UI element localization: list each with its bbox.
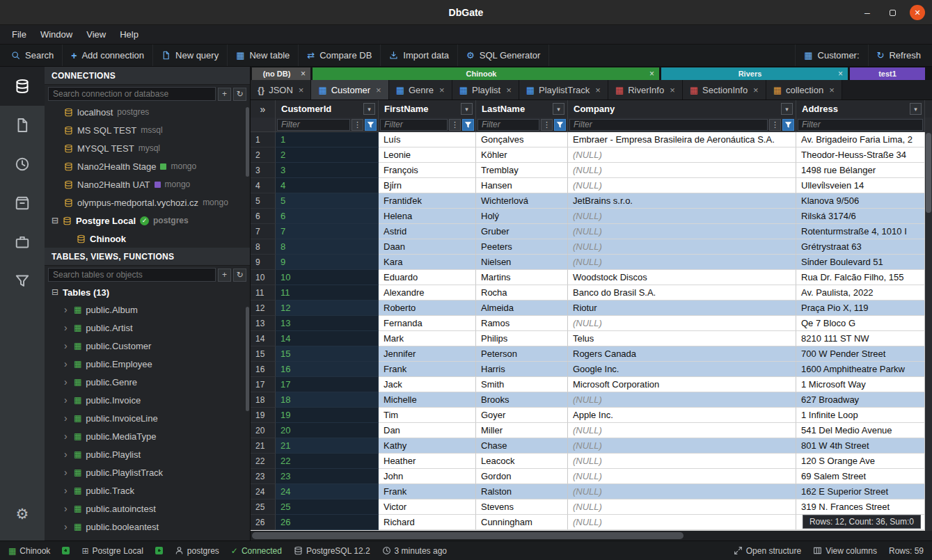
cell[interactable]: 1 [276, 132, 379, 147]
cell[interactable]: Luís [379, 132, 476, 147]
cell[interactable]: Rotenturmstraße 4, 1010 I [796, 224, 925, 239]
funnel-icon[interactable] [365, 119, 377, 131]
row-number[interactable]: 16 [251, 362, 276, 377]
menu-file[interactable]: File [6, 27, 33, 42]
cell[interactable]: JetBrains s.r.o. [568, 193, 796, 209]
collapse-icon[interactable]: ⊟ [52, 216, 58, 225]
cell[interactable]: Grétrystraat 63 [796, 239, 925, 255]
cell[interactable]: (NULL) [568, 316, 796, 331]
cell[interactable]: Heather [379, 454, 476, 469]
toolbar-sql-generator[interactable]: ⚙SQL Generator [458, 45, 549, 66]
cell[interactable]: (NULL) [568, 499, 796, 515]
filter-menu-icon[interactable]: ⋮ [352, 119, 363, 131]
chevron-right-icon[interactable]: › [64, 394, 70, 406]
cell[interactable]: Ralston [476, 484, 568, 499]
chevron-right-icon[interactable]: › [64, 431, 70, 442]
cell[interactable]: 26 [276, 515, 379, 530]
row-number[interactable]: 24 [251, 484, 276, 499]
cell[interactable]: 541 Del Medio Avenue [796, 423, 925, 438]
row-number[interactable]: 19 [251, 408, 276, 423]
cell[interactable]: Richard [379, 515, 476, 530]
cell[interactable]: Mark [379, 331, 476, 346]
cell[interactable]: 69 Salem Street [796, 469, 925, 484]
row-number[interactable]: 14 [251, 331, 276, 346]
column-header-lastname[interactable]: LastName▾ [476, 100, 568, 118]
rail-jobs[interactable] [0, 223, 45, 262]
toolbar-import-data[interactable]: Import data [381, 45, 458, 66]
cell[interactable]: 21 [276, 438, 379, 454]
cell[interactable]: Apple Inc. [568, 408, 796, 423]
cell[interactable]: Frantiďek [379, 193, 476, 209]
cell[interactable]: Roberto [379, 301, 476, 316]
cell[interactable]: (NULL) [568, 392, 796, 408]
row-number[interactable]: 15 [251, 346, 276, 362]
close-icon[interactable]: × [753, 85, 759, 95]
cell[interactable]: 700 W Pender Street [796, 346, 925, 362]
chevron-down-icon[interactable]: ▾ [781, 103, 793, 115]
chevron-right-icon[interactable]: › [64, 467, 70, 478]
cell[interactable]: (NULL) [568, 147, 796, 163]
grid-horizontal-scrollbar[interactable] [251, 531, 932, 541]
filter-input-company[interactable] [569, 119, 768, 131]
chevron-down-icon[interactable]: ▾ [553, 103, 564, 115]
cell[interactable]: Daan [379, 239, 476, 255]
cell[interactable]: Nielsen [476, 255, 568, 270]
close-icon[interactable]: × [301, 69, 306, 79]
cell[interactable]: (NULL) [568, 209, 796, 224]
cell[interactable]: 1 Infinite Loop [796, 408, 925, 423]
minimize-button[interactable]: – [860, 5, 875, 20]
funnel-icon[interactable] [782, 119, 794, 131]
cell[interactable]: Riotur [568, 301, 796, 316]
cell[interactable]: Harris [476, 362, 568, 377]
close-icon[interactable]: × [595, 85, 601, 95]
chevron-right-icon[interactable]: › [64, 413, 70, 424]
table-item-public-autoinctest[interactable]: ›▦public.autoinctest [45, 499, 250, 518]
cell[interactable]: Hansen [476, 178, 568, 193]
chevron-right-icon[interactable]: › [64, 503, 70, 514]
cell[interactable]: 12 [276, 301, 379, 316]
cell[interactable]: Stevens [476, 499, 568, 515]
cell[interactable]: 24 [276, 484, 379, 499]
cell[interactable]: 20 [276, 423, 379, 438]
cell[interactable]: 23 [276, 469, 379, 484]
tab-customer[interactable]: ▦Customer× [311, 80, 388, 99]
cell[interactable]: Gonçalves [476, 132, 568, 147]
cell[interactable]: Rogers Canada [568, 346, 796, 362]
chevron-down-icon[interactable]: ▾ [461, 103, 473, 115]
row-number[interactable]: 21 [251, 438, 276, 454]
tab-json[interactable]: {}JSON× [251, 80, 311, 99]
cell[interactable]: Google Inc. [568, 362, 796, 377]
cell[interactable]: 17 [276, 377, 379, 392]
table-item-public-booleantest[interactable]: ›▦public.booleantest [45, 518, 250, 536]
cell[interactable]: 2 [276, 147, 379, 163]
refresh-connections-button[interactable]: ↻ [233, 88, 246, 101]
rail-history[interactable] [0, 145, 45, 184]
tab-riverinfo[interactable]: ▦RiverInfo× [608, 80, 683, 99]
close-icon[interactable]: × [670, 85, 675, 95]
chevron-down-icon[interactable]: ▾ [910, 103, 922, 115]
tables-search-input[interactable] [48, 268, 216, 282]
cell[interactable]: Peeters [476, 239, 568, 255]
cell[interactable]: Goyer [476, 408, 568, 423]
cell[interactable]: Rocha [476, 285, 568, 301]
funnel-icon[interactable] [462, 119, 474, 131]
cell[interactable]: 14 [276, 331, 379, 346]
table-item-public-invoice[interactable]: ›▦public.Invoice [45, 391, 250, 409]
filter-menu-icon[interactable]: ⋮ [769, 119, 781, 131]
connection-item-ms-sql-test[interactable]: MS SQL TESTmssql [45, 121, 250, 139]
table-item-public-mediatype[interactable]: ›▦public.MediaType [45, 427, 250, 445]
filter-input-firstname[interactable] [380, 119, 448, 131]
cell[interactable]: 7 [276, 224, 379, 239]
cell[interactable]: 8210 111 ST NW [796, 331, 925, 346]
cell[interactable]: 1498 rue Bélanger [796, 163, 925, 178]
cell[interactable]: 1 Microsoft Way [796, 377, 925, 392]
cell[interactable]: (NULL) [568, 239, 796, 255]
row-number[interactable]: 11 [251, 285, 276, 301]
connection-item-postgre-local[interactable]: ⊟Postgre Local✓postgres [45, 211, 250, 230]
cell[interactable]: 5 [276, 193, 379, 209]
cell[interactable]: Brooks [476, 392, 568, 408]
cell[interactable]: Dan [379, 423, 476, 438]
row-number[interactable]: 26 [251, 515, 276, 530]
cell[interactable]: Almeida [476, 301, 568, 316]
connection-item-olympus-medportal-vychozi-cz[interactable]: olympus-medportal.vychozi.czmongo [45, 193, 250, 211]
